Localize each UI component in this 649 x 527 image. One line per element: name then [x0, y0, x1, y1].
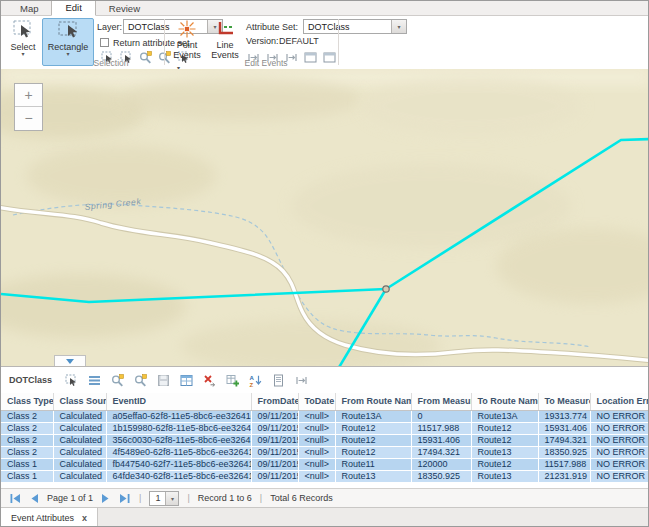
panel-collapse-tab[interactable]	[54, 355, 86, 366]
table-cell: Route12	[471, 422, 538, 434]
table-cell: Calculated	[53, 470, 106, 482]
svg-text:Z: Z	[250, 381, 254, 387]
add-record-icon[interactable]	[225, 373, 240, 388]
table-cell: Route13A	[335, 410, 411, 422]
table-cell: 09/11/2015	[251, 446, 298, 458]
delete-record-icon[interactable]	[202, 373, 217, 388]
chevron-down-icon[interactable]: ▾	[391, 20, 406, 33]
zoom-out-button[interactable]: −	[15, 107, 42, 130]
zoom-to-record-icon[interactable]	[110, 373, 125, 388]
zoom-in-button[interactable]: +	[15, 84, 42, 107]
chevron-down-icon[interactable]: ▾	[165, 492, 178, 505]
route-junction-marker[interactable]	[383, 286, 389, 292]
table-cell: Class 1	[1, 470, 53, 482]
table-row[interactable]: Class 2Calculateda05effa0-62f8-11e5-8bc6…	[1, 410, 649, 422]
table-cell: 17494.321	[411, 446, 471, 458]
point-events-icon	[177, 19, 197, 39]
rectangle-select-icon	[55, 19, 81, 41]
chevron-down-icon: ▾	[66, 52, 69, 57]
close-icon[interactable]: x	[82, 513, 87, 523]
tab-map[interactable]: Map	[7, 1, 51, 16]
table-row[interactable]: Class 2Calculated356c0030-62f8-11e5-8bc6…	[1, 434, 649, 446]
table-cell: NO ERROR	[590, 458, 649, 470]
table-cell: <null>	[298, 434, 335, 446]
table-row[interactable]: Class 2Calculated4f5489e0-62f8-11e5-8bc6…	[1, 446, 649, 458]
table-cell: <null>	[298, 470, 335, 482]
table-cell: Route12	[335, 446, 411, 458]
table-cell: 19313.774	[538, 410, 590, 422]
line-events-label: Line Events	[207, 40, 243, 60]
table-cell: Calculated	[53, 446, 106, 458]
split-record-icon[interactable]	[294, 373, 309, 388]
report-icon[interactable]	[271, 373, 286, 388]
table-cell: Route13	[471, 446, 538, 458]
table-cell: <null>	[298, 422, 335, 434]
grid-view-icon[interactable]	[179, 373, 194, 388]
column-header[interactable]: ToDate	[298, 393, 335, 410]
column-header[interactable]: FromDate	[251, 393, 298, 410]
ribbon: Select ▾ Rectangle ▾ Layer: DOTClass ▾ R…	[1, 16, 648, 70]
tab-edit[interactable]: Edit	[51, 0, 95, 16]
events-table-window-icon[interactable]	[322, 50, 336, 64]
point-events-button[interactable]: Point Events	[168, 18, 206, 66]
save-icon[interactable]	[156, 373, 171, 388]
event-table-toolbar: DOTClass AZ	[1, 366, 648, 393]
table-tools: AZ	[64, 373, 309, 388]
layer-label: Layer:	[97, 22, 122, 32]
page-number-value: 1	[150, 493, 165, 503]
map-canvas[interactable]: Spring Creek	[1, 69, 649, 366]
table-cell: 21231.919	[538, 470, 590, 482]
attribute-set-value: DOTClass	[304, 22, 391, 32]
table-cell: fb447540-62f7-11e5-8bc6-ee32641d5ec9	[106, 458, 251, 470]
table-row[interactable]: Class 1Calculatedfb447540-62f7-11e5-8bc6…	[1, 458, 649, 470]
column-header[interactable]: Location Error	[590, 393, 649, 410]
column-header[interactable]: Class Type	[1, 393, 53, 410]
select-tool-icon	[11, 19, 35, 41]
column-header[interactable]: To Measure	[538, 393, 590, 410]
table-cell: <null>	[298, 410, 335, 422]
first-page-icon[interactable]	[9, 492, 22, 505]
map-view[interactable]: Spring Creek + −	[1, 69, 649, 366]
select-records-icon[interactable]	[64, 373, 79, 388]
previous-page-icon[interactable]	[28, 492, 41, 505]
table-cell: a05effa0-62f8-11e5-8bc6-ee32641d5ec9	[106, 410, 251, 422]
chevron-down-icon: ▾	[21, 52, 24, 57]
page-number-combo[interactable]: 1 ▾	[149, 491, 179, 506]
total-records-label: Total 6 Records	[270, 493, 333, 503]
table-cell: 4f5489e0-62f8-11e5-8bc6-ee32641d5ec9	[106, 446, 251, 458]
next-page-icon[interactable]	[99, 492, 112, 505]
column-header[interactable]: From Route Name	[335, 393, 411, 410]
return-attribute-set-checkbox[interactable]	[100, 38, 109, 47]
sort-records-icon[interactable]: AZ	[248, 373, 263, 388]
page-label: Page 1 of 1	[47, 493, 93, 503]
tab-event-attributes[interactable]: Event Attributes x	[1, 508, 98, 527]
table-cell: 64fde340-62f8-11e5-8bc6-ee32641d5ec9	[106, 470, 251, 482]
table-cell: 09/11/2015	[251, 458, 298, 470]
table-cell: Calculated	[53, 422, 106, 434]
column-header[interactable]: EventID	[106, 393, 251, 410]
select-tool-button[interactable]: Select ▾	[5, 18, 41, 66]
table-cell: Calculated	[53, 458, 106, 470]
table-header: Class TypeClass SourceEventIDFromDateToD…	[1, 393, 649, 410]
table-cell: 09/11/2015	[251, 470, 298, 482]
table-row[interactable]: Class 1Calculated64fde340-62f8-11e5-8bc6…	[1, 470, 649, 482]
table-cell: NO ERROR	[590, 410, 649, 422]
last-page-icon[interactable]	[118, 492, 131, 505]
table-cell: NO ERROR	[590, 422, 649, 434]
selection-menu-icon[interactable]	[87, 373, 102, 388]
column-header[interactable]: Class Source	[53, 393, 106, 410]
tab-review[interactable]: Review	[96, 1, 153, 16]
separator: |	[137, 493, 143, 503]
chevron-down-icon	[66, 359, 74, 364]
attribute-set-label: Attribute Set:	[246, 22, 298, 32]
table-cell: 09/11/2015	[251, 422, 298, 434]
table-cell: Class 2	[1, 434, 53, 446]
column-header[interactable]: To Route Name	[471, 393, 538, 410]
table-row[interactable]: Class 2Calculated1b159980-62f8-11e5-8bc6…	[1, 422, 649, 434]
attribute-set-dropdown[interactable]: DOTClass ▾	[303, 19, 407, 34]
table-cell: 0	[411, 410, 471, 422]
bottom-tab-bar: Event Attributes x	[1, 507, 648, 527]
column-header[interactable]: From Measure	[411, 393, 471, 410]
pan-to-record-icon[interactable]	[133, 373, 148, 388]
terrain-light-band	[1, 69, 649, 85]
